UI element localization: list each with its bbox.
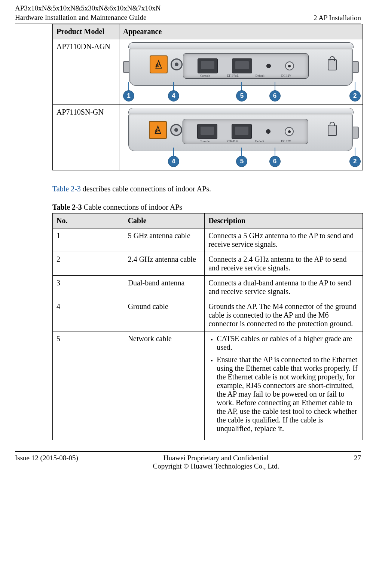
callout-row: 1 4 5 6 2 [123,83,359,101]
label-ethpoe: ETH/PoE [226,140,238,143]
label-console: Console [200,74,210,78]
callout-badge: 6 [269,90,281,101]
rear-port-panel: Console ETH/PoE Default DC 12V [183,119,309,144]
header-line1: AP3x10xN&5x10xN&5x30xN&6x10xN&7x10xN [15,4,161,13]
paragraph: Table 2-3 describes cable connections of… [52,185,363,193]
eth-poe-port-icon [232,58,252,73]
list-item: CAT5E cables or cables of a higher grade… [217,334,359,352]
header-left: AP3x10xN&5x10xN&5x30xN&6x10xN&7x10xN Har… [15,4,161,22]
console-port-icon [198,58,218,73]
cell-desc: Grounds the AP. The M4 connector of the … [205,299,363,331]
eth-poe-port-icon [232,124,252,139]
rear-port-panel: Console ETH/PoE Default DC 12V [183,53,309,79]
cell-cable: Ground cable [124,299,205,331]
callout-badge: 1 [123,90,134,101]
header-right: 2 AP Installation [314,14,361,22]
label-console: Console [200,140,210,143]
cable-connections-table: No. Cable Description 1 5 GHz antenna ca… [52,213,363,440]
device-body: Console ETH/PoE Default DC 12V [129,48,353,86]
col-cable: Cable [124,213,205,228]
label-dc12v: DC 12V [281,140,291,143]
ground-terminal-icon [170,124,182,136]
table-caption: Table 2-3 Cable connections of indoor AP… [52,203,363,212]
footer-left: Issue 12 (2015-08-05) [15,454,78,462]
cell-desc: Connects a dual-band antenna to the AP t… [205,276,363,299]
callout-badge: 4 [168,90,179,101]
cell-cable: 5 GHz antenna cable [124,228,205,252]
device-illustration: Console ETH/PoE Default DC 12V [123,42,359,101]
desc-bullets: CAT5E cables or cables of a higher grade… [208,334,359,433]
model-cell: AP7110SN-GN [53,105,119,170]
appearance-cell: Console ETH/PoE Default DC 12V [119,39,363,105]
cell-desc: Connects a 5 GHz antenna to the AP to se… [205,228,363,252]
label-default: Default [255,140,264,143]
device-illustration: Console ETH/PoE Default DC 12V [123,108,359,167]
cell-cable: Network cable [124,331,205,440]
label-default: Default [256,74,265,78]
table-row: 1 5 GHz antenna cable Connects a 5 GHz a… [53,228,363,252]
table-row: 5 Network cable CAT5E cables or cables o… [53,331,363,440]
cell-no: 4 [53,299,124,331]
list-item: Ensure that the AP is connected to the E… [217,355,359,433]
table-row: AP7110SN-GN [53,105,363,170]
col-appearance: Appearance [119,24,363,39]
cell-cable: Dual-band antenna [124,276,205,299]
footer-center: Huawei Proprietary and Confidential Copy… [78,454,354,470]
cell-no: 2 [53,252,124,276]
ground-terminal-icon [171,58,183,70]
default-button-icon [266,129,270,134]
console-port-icon [197,124,217,139]
callout-badge: 5 [236,90,247,101]
label-ethpoe: ETH/PoE [227,74,238,78]
callout-badge: 2 [349,156,361,167]
security-lock-icon [328,59,337,70]
table-head-row: Product Model Appearance [53,24,363,39]
appearance-table: Product Model Appearance AP7110DN-AGN [52,24,363,170]
caption-rest: Cable connections of indoor APs [82,203,182,211]
security-lock-icon [328,125,337,136]
appearance-cell: Console ETH/PoE Default DC 12V [119,105,363,170]
paragraph-text: describes cable connections of indoor AP… [81,185,211,193]
dc-jack-icon [285,61,294,70]
table-row: 4 Ground cable Grounds the AP. The M4 co… [53,299,363,331]
col-description: Description [205,213,363,228]
table-head-row: No. Cable Description [53,213,363,228]
footer-center-line2: Copyright © Huawei Technologies Co., Ltd… [78,462,354,470]
callout-badge: 6 [269,156,281,167]
cell-no: 1 [53,228,124,252]
page-footer: Issue 12 (2015-08-05) Huawei Proprietary… [15,451,361,474]
callout-badge: 2 [349,90,361,101]
xref-link[interactable]: Table 2-3 [52,185,81,193]
page-header: AP3x10xN&5x10xN&5x30xN&6x10xN&7x10xN Har… [15,0,361,24]
cell-no: 5 [53,331,124,440]
footer-right: 27 [354,454,361,462]
device-body: Console ETH/PoE Default DC 12V [128,113,353,151]
antenna-connector-right [352,61,359,73]
antenna-connector-right [352,127,359,139]
cell-desc: CAT5E cables or cables of a higher grade… [205,331,363,440]
col-product-model: Product Model [53,24,119,39]
table-row: 2 2.4 GHz antenna cable Connects a 2.4 G… [53,252,363,276]
table-row: 3 Dual-band antenna Connects a dual-band… [53,276,363,299]
cell-no: 3 [53,276,124,299]
col-no: No. [53,213,124,228]
label-dc12v: DC 12V [281,74,291,78]
callout-badge: 4 [168,156,179,167]
default-button-icon [266,64,271,68]
header-line2: Hardware Installation and Maintenance Gu… [15,13,161,22]
cell-cable: 2.4 GHz antenna cable [124,252,205,276]
footer-center-line1: Huawei Proprietary and Confidential [78,454,354,462]
model-cell: AP7110DN-AGN [53,39,119,105]
panel-labels: Console ETH/PoE Default DC 12V [183,140,308,143]
panel-labels: Console ETH/PoE Default DC 12V [183,74,308,78]
caption-bold: Table 2-3 [52,203,82,211]
callout-row: 4 5 6 2 [123,148,359,167]
hot-surface-warning-icon [149,121,167,139]
hot-surface-warning-icon [150,55,168,73]
dc-jack-icon [285,127,294,136]
callout-badge: 5 [236,156,247,167]
table-row: AP7110DN-AGN [53,39,363,105]
cell-desc: Connects a 2.4 GHz antenna to the AP to … [205,252,363,276]
